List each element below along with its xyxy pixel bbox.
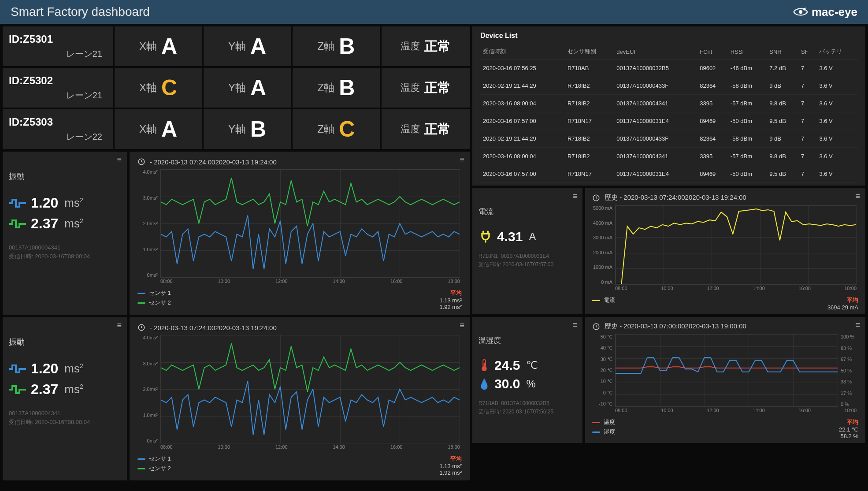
temp-status-cell[interactable]: 温度 正常 bbox=[382, 109, 470, 149]
legend-item[interactable]: 電流 bbox=[592, 296, 615, 304]
table-cell: 82364 bbox=[697, 130, 728, 148]
lane-row: ID:Z5303 レーン22X軸 AY軸 BZ軸 C温度 正常 bbox=[3, 109, 470, 149]
table-cell: R718IB2 bbox=[565, 95, 614, 112]
table-cell: -46 dBm bbox=[728, 60, 767, 77]
table-cell: 2020-03-16 08:00:04 bbox=[480, 95, 565, 112]
temp-label: 温度 bbox=[401, 40, 420, 53]
axis-cell[interactable]: Y軸 A bbox=[204, 68, 291, 108]
table-cell: 00137A100000433F bbox=[614, 77, 697, 95]
vibration-metric-2: 2.37 ms2 bbox=[9, 381, 121, 398]
axis-grade: B bbox=[250, 116, 266, 142]
axis-label: X軸 bbox=[139, 81, 157, 95]
app-title: Smart Factory dashboard bbox=[11, 5, 150, 19]
legend-item[interactable]: センサ 2 bbox=[137, 465, 171, 472]
avg-label: 平均 bbox=[439, 455, 462, 463]
chart-legend: 温度 湿度 平均 22.1 ℃ 58.2 % bbox=[592, 418, 858, 439]
axis-cell[interactable]: Z軸 C bbox=[293, 109, 380, 149]
device-col-header[interactable]: バッテリ bbox=[816, 44, 857, 60]
eye-icon bbox=[793, 4, 808, 19]
humidity-unit: % bbox=[526, 378, 535, 390]
device-col-header[interactable]: devEUI bbox=[614, 44, 697, 60]
table-row[interactable]: 2020-03-16 08:00:04R718IB200137A10000043… bbox=[480, 95, 857, 112]
table-cell: -58 dBm bbox=[728, 77, 767, 95]
vibration-value: 2.37 bbox=[31, 381, 58, 398]
legend-avg: 58.2 % bbox=[839, 433, 858, 439]
temphum-chart-panel: ≡ 歴史 - 2020-03-13 07:00:002020-03-13 19:… bbox=[585, 317, 865, 443]
device-col-header[interactable]: センサ種別 bbox=[565, 44, 614, 60]
table-cell: 7.2 dB bbox=[767, 60, 798, 77]
clock-icon bbox=[137, 158, 145, 166]
axis-cell[interactable]: X軸 C bbox=[115, 68, 202, 108]
axis-cell[interactable]: X軸 A bbox=[115, 109, 202, 149]
panel-menu-icon[interactable]: ≡ bbox=[460, 321, 464, 330]
table-cell: R718IB2 bbox=[565, 77, 614, 95]
table-row[interactable]: 2020-02-19 21:44:29R718IB200137A10000043… bbox=[480, 130, 857, 148]
axis-grade: B bbox=[339, 75, 355, 100]
table-cell: -50 dBm bbox=[728, 165, 767, 183]
table-cell: 9.5 dB bbox=[767, 165, 798, 183]
legend-item[interactable]: 温度 bbox=[592, 418, 615, 426]
panel-menu-icon[interactable]: ≡ bbox=[117, 321, 122, 330]
chart-plot-area[interactable]: 4.0ms²3.0ms²2.0ms²1.0ms²0ms²08:0010:0012… bbox=[137, 335, 462, 452]
table-row[interactable]: 2020-03-16 07:57:00R718N1700137A10000031… bbox=[480, 112, 857, 130]
lane-id: ID:Z5302 bbox=[9, 74, 107, 87]
legend-avg: 1.13 ms² bbox=[439, 297, 462, 304]
temp-status-cell[interactable]: 温度 正常 bbox=[382, 68, 470, 108]
lane-id-cell[interactable]: ID:Z5301 レーン21 bbox=[3, 26, 113, 66]
table-cell: 2020-03-16 08:00:04 bbox=[480, 148, 565, 165]
temp-status-cell[interactable]: 温度 正常 bbox=[382, 26, 470, 66]
lane-name: レーン22 bbox=[66, 131, 102, 143]
temp-label: 温度 bbox=[401, 123, 420, 136]
device-col-header[interactable]: SF bbox=[798, 44, 816, 60]
axis-label: Y軸 bbox=[228, 39, 246, 53]
legend-item[interactable]: センサ 2 bbox=[137, 299, 171, 307]
legend-item[interactable]: 湿度 bbox=[592, 428, 615, 436]
pulse-icon bbox=[9, 218, 26, 230]
table-row[interactable]: 2020-03-16 08:00:04R718IB200137A10000043… bbox=[480, 148, 857, 165]
table-cell: R718IB2 bbox=[565, 130, 614, 148]
vibration-unit: ms2 bbox=[64, 383, 83, 396]
legend-item[interactable]: センサ 1 bbox=[137, 289, 171, 297]
table-row[interactable]: 2020-03-16 07:57:00R718N1700137A10000031… bbox=[480, 165, 857, 183]
axis-cell[interactable]: X軸 A bbox=[115, 26, 202, 66]
device-col-header[interactable]: SNR bbox=[767, 44, 798, 60]
device-col-header[interactable]: 受信時刻 bbox=[480, 44, 565, 60]
axis-cell[interactable]: Z軸 B bbox=[293, 26, 380, 66]
svg-point-0 bbox=[799, 10, 803, 14]
vibration-chart-1: ≡ - 2020-03-13 07:24:002020-03-13 19:24:… bbox=[130, 152, 470, 315]
panel-menu-icon[interactable]: ≡ bbox=[572, 192, 577, 201]
table-cell: 89469 bbox=[697, 165, 728, 183]
table-cell: 00137A1000004341 bbox=[614, 95, 697, 112]
panel-menu-icon[interactable]: ≡ bbox=[855, 192, 860, 201]
axis-cell[interactable]: Z軸 B bbox=[293, 68, 380, 108]
table-row[interactable]: 2020-03-16 07:56:25R718AB00137A10000032B… bbox=[480, 60, 857, 77]
current-chart-panel: ≡ 歴史 - 2020-03-13 07:24:002020-03-13 19:… bbox=[585, 188, 865, 314]
table-cell: 3.6 V bbox=[816, 95, 857, 112]
axis-cell[interactable]: Y軸 A bbox=[204, 26, 291, 66]
table-cell: 00137A10000031E4 bbox=[614, 165, 697, 183]
table-cell: 3.6 V bbox=[816, 165, 857, 183]
table-row[interactable]: 2020-02-19 21:44:29R718IB200137A10000043… bbox=[480, 77, 857, 95]
chart-header: 歴史 - 2020-03-13 07:24:002020-03-13 19:24… bbox=[592, 193, 858, 202]
table-cell: 3.6 V bbox=[816, 148, 857, 165]
pulse-icon bbox=[9, 383, 26, 396]
legend-label: 湿度 bbox=[604, 428, 615, 436]
legend-avg: 1.13 ms² bbox=[439, 463, 462, 469]
table-cell: 00137A1000004341 bbox=[614, 148, 697, 165]
device-table-header: 受信時刻センサ種別devEUIFCntRSSISNRSFバッテリ bbox=[480, 44, 857, 60]
device-col-header[interactable]: RSSI bbox=[728, 44, 767, 60]
panel-menu-icon[interactable]: ≡ bbox=[460, 155, 464, 164]
lane-id-cell[interactable]: ID:Z5302 レーン21 bbox=[3, 68, 113, 108]
device-col-header[interactable]: FCnt bbox=[697, 44, 728, 60]
vibration-unit: ms2 bbox=[64, 217, 83, 231]
axis-cell[interactable]: Y軸 B bbox=[204, 109, 291, 149]
panel-menu-icon[interactable]: ≡ bbox=[855, 320, 860, 330]
legend-item[interactable]: センサ 1 bbox=[137, 455, 171, 463]
lane-id-cell[interactable]: ID:Z5303 レーン22 bbox=[3, 109, 113, 149]
chart-plot-area[interactable]: 4.0ms²3.0ms²2.0ms²1.0ms²0ms²08:0010:0012… bbox=[137, 169, 462, 286]
panel-menu-icon[interactable]: ≡ bbox=[572, 320, 577, 330]
chart-plot-area[interactable]: 5000 mA4000 mA3000 mA2000 mA1000 mA0 mA0… bbox=[592, 205, 858, 294]
panel-menu-icon[interactable]: ≡ bbox=[117, 155, 122, 164]
table-cell: 7 bbox=[798, 148, 816, 165]
chart-plot-area[interactable]: 50 ℃40 ℃30 ℃20 ℃10 ℃0 ℃-10 ℃100 %83 %67 … bbox=[592, 334, 858, 416]
